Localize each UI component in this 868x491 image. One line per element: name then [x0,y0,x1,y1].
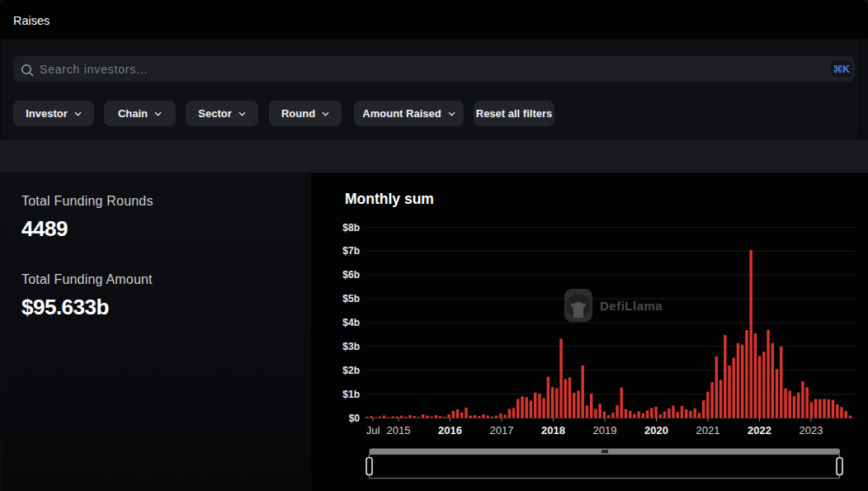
svg-text:$4b: $4b [342,317,360,328]
svg-text:2015: 2015 [387,424,411,437]
svg-text:$2b: $2b [342,365,360,376]
svg-text:2020: 2020 [644,424,668,437]
svg-text:$3b: $3b [342,341,360,352]
svg-text:2019: 2019 [593,424,617,437]
svg-text:DefiLlama: DefiLlama [600,299,663,313]
svg-text:$6b: $6b [342,269,360,281]
svg-text:2017: 2017 [490,424,514,437]
svg-text:2022: 2022 [748,424,771,437]
svg-text:$1b: $1b [342,389,360,400]
svg-text:$7b: $7b [342,245,360,257]
svg-text:Jul: Jul [366,424,380,437]
svg-text:2018: 2018 [541,424,565,437]
svg-text:$8b: $8b [342,222,360,234]
svg-text:2021: 2021 [696,424,720,437]
svg-text:2016: 2016 [438,424,462,437]
svg-text:2023: 2023 [800,424,823,437]
svg-text:$0: $0 [349,413,361,424]
svg-text:$5b: $5b [342,293,360,305]
